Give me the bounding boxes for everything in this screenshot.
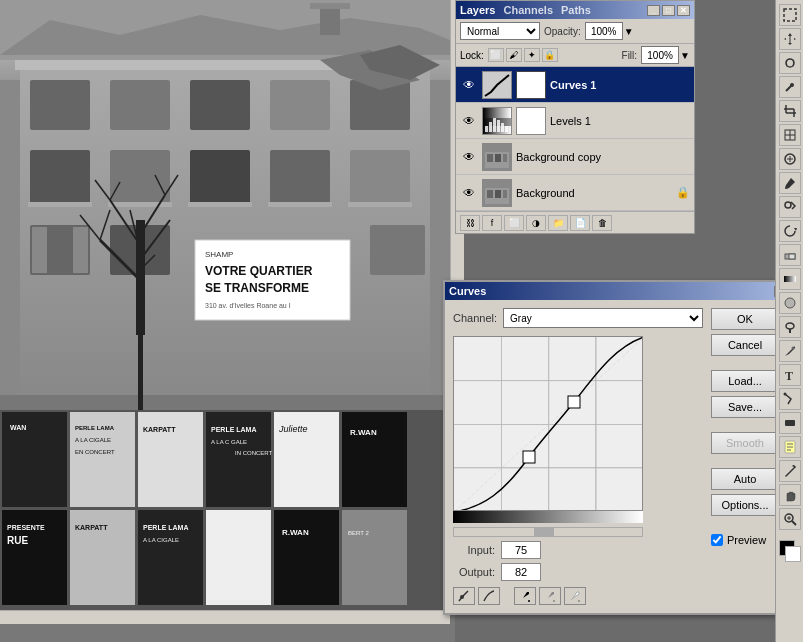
svg-text:KARPATT: KARPATT: [143, 426, 176, 433]
new-layer-btn[interactable]: 📄: [570, 215, 590, 231]
gradient-tool-btn[interactable]: [779, 268, 801, 290]
layer-row-bgcopy[interactable]: 👁 Background copy: [456, 139, 694, 175]
tab-channels[interactable]: Channels: [503, 4, 553, 16]
svg-rect-16: [270, 150, 330, 205]
lock-all-btn[interactable]: 🔒: [542, 48, 558, 62]
save-button[interactable]: Save...: [711, 396, 779, 418]
shape-tool-btn[interactable]: [779, 412, 801, 434]
svg-rect-62: [274, 510, 339, 605]
curve-tools: [453, 587, 703, 605]
opacity-input[interactable]: [585, 22, 623, 40]
add-mask-btn[interactable]: ⬜: [504, 215, 524, 231]
layer-eye-bgcopy[interactable]: 👁: [460, 148, 478, 166]
background-color[interactable]: [785, 546, 801, 562]
layer-row-curves1[interactable]: 👁 Curves 1: [456, 67, 694, 103]
channel-select[interactable]: Gray RGB Red Green Blue: [503, 308, 703, 328]
history-brush-btn[interactable]: [779, 220, 801, 242]
curve-draw-btn[interactable]: [478, 587, 500, 605]
horizontal-scrollbar[interactable]: [0, 610, 450, 624]
preview-row: Preview: [711, 534, 783, 546]
layers-panel: Layers Channels Paths _ □ ✕ Normal Disso…: [455, 0, 695, 234]
clone-tool-btn[interactable]: [779, 196, 801, 218]
svg-rect-51: [342, 412, 407, 507]
curve-pencil-btn[interactable]: [453, 587, 475, 605]
output-value[interactable]: [501, 563, 541, 581]
panel-close-btn[interactable]: ✕: [677, 5, 690, 16]
fill-arrow[interactable]: ▼: [680, 50, 690, 61]
hand-tool-btn[interactable]: [779, 484, 801, 506]
heal-tool-btn[interactable]: [779, 148, 801, 170]
brush-tool-btn[interactable]: [779, 172, 801, 194]
tab-paths[interactable]: Paths: [561, 4, 591, 16]
layer-row-levels1[interactable]: 👁 Leve: [456, 103, 694, 139]
lock-paint-btn[interactable]: 🖌: [506, 48, 522, 62]
svg-rect-6: [320, 5, 340, 35]
options-button[interactable]: Options...: [711, 494, 779, 516]
cancel-button[interactable]: Cancel: [711, 334, 779, 356]
magic-wand-btn[interactable]: [779, 76, 801, 98]
ok-button[interactable]: OK: [711, 308, 779, 330]
slice-tool-btn[interactable]: [779, 124, 801, 146]
layer-eye-background[interactable]: 👁: [460, 184, 478, 202]
lock-transparent-btn[interactable]: ⬜: [488, 48, 504, 62]
opacity-arrow[interactable]: ▼: [624, 26, 634, 37]
lasso-tool-btn[interactable]: [779, 52, 801, 74]
blur-tool-btn[interactable]: [779, 292, 801, 314]
color-swatches[interactable]: [779, 540, 801, 562]
gray-point-eyedropper[interactable]: [539, 587, 561, 605]
curves-scroll-indicator[interactable]: [453, 527, 643, 537]
zoom-tool-btn[interactable]: [779, 508, 801, 530]
fill-input[interactable]: [641, 46, 679, 64]
blend-mode-select[interactable]: Normal Dissolve Multiply: [460, 22, 540, 40]
crop-tool-btn[interactable]: [779, 100, 801, 122]
curves-svg: [454, 337, 643, 511]
white-point-eyedropper[interactable]: [564, 587, 586, 605]
svg-rect-7: [310, 3, 350, 9]
tab-layers[interactable]: Layers: [460, 4, 495, 16]
layer-eye-levels1[interactable]: 👁: [460, 112, 478, 130]
fill-control[interactable]: ▼: [641, 46, 690, 64]
new-adjustment-btn[interactable]: ◑: [526, 215, 546, 231]
pen-tool-btn[interactable]: [779, 340, 801, 362]
panel-maximize-btn[interactable]: □: [662, 5, 675, 16]
layer-eye-curves1[interactable]: 👁: [460, 76, 478, 94]
curves-dialog-body: Channel: Gray RGB Red Green Blue: [445, 300, 791, 613]
load-button[interactable]: Load...: [711, 370, 779, 392]
smooth-button[interactable]: Smooth: [711, 432, 779, 454]
delete-layer-btn[interactable]: 🗑: [592, 215, 612, 231]
add-style-btn[interactable]: f: [482, 215, 502, 231]
opacity-control[interactable]: ▼: [585, 22, 634, 40]
svg-text:R.WAN: R.WAN: [350, 428, 377, 437]
auto-button[interactable]: Auto: [711, 468, 779, 490]
link-layers-btn[interactable]: ⛓: [460, 215, 480, 231]
svg-rect-30: [370, 225, 425, 275]
curves-graph[interactable]: [453, 336, 643, 511]
preview-checkbox[interactable]: [711, 534, 723, 546]
dodge-tool-btn[interactable]: [779, 316, 801, 338]
layers-panel-bottom: ⛓ f ⬜ ◑ 📁 📄 🗑: [456, 211, 694, 233]
svg-rect-11: [270, 80, 330, 130]
black-point-eyedropper[interactable]: [514, 587, 536, 605]
text-tool-btn[interactable]: T: [779, 364, 801, 386]
panel-minimize-btn[interactable]: _: [647, 5, 660, 16]
curves-buttons: OK Cancel Load... Save... Smooth Auto Op…: [711, 308, 783, 605]
eraser-tool-btn[interactable]: [779, 244, 801, 266]
layer-row-background[interactable]: 👁 Background 🔒: [456, 175, 694, 211]
svg-marker-127: [794, 228, 797, 231]
eyedropper-tool-btn[interactable]: [779, 460, 801, 482]
move-tool-btn[interactable]: [779, 28, 801, 50]
notes-tool-btn[interactable]: [779, 436, 801, 458]
path-select-btn[interactable]: [779, 388, 801, 410]
new-folder-btn[interactable]: 📁: [548, 215, 568, 231]
svg-rect-83: [485, 126, 488, 132]
svg-rect-66: [138, 330, 143, 410]
svg-text:RUE: RUE: [7, 535, 28, 546]
svg-text:Juliette: Juliette: [278, 424, 308, 434]
svg-rect-130: [784, 276, 796, 282]
input-value[interactable]: [501, 541, 541, 559]
svg-rect-84: [489, 122, 492, 132]
svg-text:A LA CIGALE: A LA CIGALE: [143, 537, 179, 543]
lock-position-btn[interactable]: ✦: [524, 48, 540, 62]
svg-text:SHAMP: SHAMP: [205, 250, 233, 259]
marquee-tool-btn[interactable]: [779, 4, 801, 26]
